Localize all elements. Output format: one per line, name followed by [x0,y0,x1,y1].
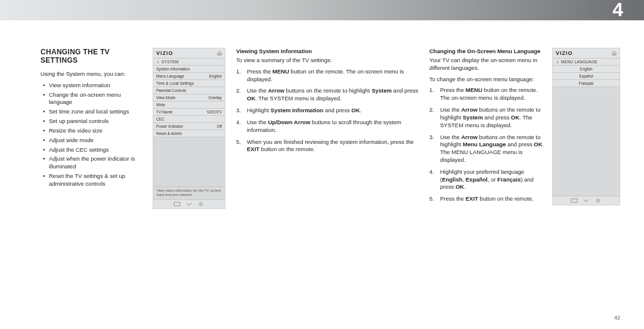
bullet-item: Change the on-screen menu language [41,91,145,107]
menu-row: TV NameVIZIOTV [153,109,225,116]
bullet-item: Set time zone and local settings [41,108,145,116]
chapter-number: 4 [612,0,624,21]
menu-row-value: Off [216,124,222,128]
menu-row: Menu LanguageEnglish [153,73,225,80]
step-item: Press the MENU button on the remote. The… [236,68,419,84]
menu-row: Time & Local Settings [153,80,225,87]
menu-row-label: Menu Language [156,74,184,78]
menu-row-value: Overlay [209,96,222,100]
menu-row: View ModeOverlay [153,94,225,102]
menu-row: Wide [153,102,225,109]
menu-row-label: Parental Controls [156,88,186,93]
home-icon [217,51,222,56]
vizio-header: VIZIO [553,48,620,59]
bullet-item: Resize the video size [41,127,145,135]
lang-row: Français [553,80,620,87]
vizio-menu-title-row: SYSTEM [153,59,225,66]
col3-text: Changing the On-Screen Menu Language You… [429,48,546,209]
gear-icon [197,202,205,207]
svg-point-1 [200,203,202,205]
menu-row-label: View Mode [156,96,175,100]
menu-row-label: Wide [156,103,165,107]
col2-intro: To view a summary of the TV settings: [236,57,419,64]
wide-icon [571,198,578,203]
step-item: Highlight System Information and press O… [236,107,419,115]
page-number: 42 [614,315,620,321]
col2-steps: Press the MENU button on the remote. The… [236,68,419,153]
col3-intro2: To change the on-screen menu language: [429,76,546,84]
step-item: Press the EXIT button on the remote. [429,195,546,203]
vizio-language-panel: VIZIO MENU LANGUAGE English Español Fran… [552,48,620,205]
vizio-system-list: System Information Menu LanguageEnglish … [153,66,225,137]
svg-rect-3 [571,199,577,202]
vizio-logo: VIZIO [156,50,174,56]
menu-row-label: TV Name [156,110,172,114]
vizio-menu-title-row: MENU LANGUAGE [553,59,620,66]
vizio-footer [153,199,225,208]
svg-point-4 [597,199,599,202]
column-2: Viewing System Information To view a sum… [236,48,419,209]
spacer [553,87,620,196]
bullet-item: Adjust when the power indicator is illum… [41,155,145,171]
vizio-header: VIZIO [153,48,225,59]
col1-bullets: View system information Change the on-sc… [41,82,145,188]
step-item: Use the Arrow buttons on the remote to h… [236,87,419,103]
vizio-logo: VIZIO [556,50,573,56]
menu-row: Power IndicatorOff [153,123,225,130]
chevron-down-icon [185,202,193,207]
bullet-item: Reset the TV settings & set up administr… [41,173,145,188]
step-item: Press the MENU button on the remote. The… [429,87,546,102]
menu-row-label: Time & Local Settings [156,81,194,85]
lang-row: Español [553,73,620,80]
back-icon [556,60,559,64]
column-3: Changing the On-Screen Menu Language You… [429,48,620,209]
bullet-item: Adjust the CEC settings [41,146,145,154]
section-title: CHANGING THE TV SETTINGS [41,48,145,64]
page-content: CHANGING THE TV SETTINGS Using the Syste… [0,20,644,209]
menu-row-label: Reset & Admin [156,131,182,136]
menu-row: Reset & Admin [153,130,225,137]
menu-row-value: VIZIOTV [207,110,222,114]
step-item: Use the Arrow buttons on the remote to h… [429,106,546,129]
vizio-system-panel: VIZIO SYSTEM System Information Menu Lan… [153,48,225,209]
spacer [153,137,225,186]
wide-icon [174,202,181,207]
col2-heading: Viewing System Information [236,48,419,54]
step-item: When you are finished reviewing the syst… [236,139,419,154]
back-icon [156,60,160,64]
col3-heading: Changing the On-Screen Menu Language [429,48,546,54]
vizio-menu-title: MENU LANGUAGE [561,60,597,64]
col3-intro1: Your TV can display the on-screen menu i… [429,57,546,72]
menu-row-label: System Information [156,67,190,71]
chapter-banner: 4 [0,0,644,20]
bullet-item: Set up parental controls [41,118,145,125]
gear-icon [595,198,602,203]
column-1: CHANGING THE TV SETTINGS Using the Syste… [41,48,225,209]
lang-row: English [553,66,620,73]
vizio-menu-title: SYSTEM [162,60,179,64]
vizio-lang-list: English Español Français [553,66,620,87]
step-item: Use the Up/Down Arrow buttons to scroll … [236,119,419,134]
menu-row-label: CEC [156,117,165,121]
step-item: Use the Arrow buttons on the remote to h… [429,134,546,164]
col1-text: CHANGING THE TV SETTINGS Using the Syste… [41,48,145,209]
vizio-footer [553,196,620,205]
chevron-down-icon [583,198,590,203]
menu-row-label: Power Indicator [156,124,183,128]
menu-row: CEC [153,116,225,123]
home-icon [612,51,617,56]
vizio-hint: View status information for the TV, curr… [153,186,225,199]
col1-intro: Using the System menu, you can: [41,70,145,78]
menu-row-value: English [209,74,222,78]
col3-steps: Press the MENU button on the remote. The… [429,87,546,203]
svg-rect-0 [174,202,180,206]
step-item: Highlight your preferred language (Engli… [429,168,546,191]
menu-row: Parental Controls [153,87,225,94]
menu-row: System Information [153,66,225,73]
bullet-item: View system information [41,82,145,90]
bullet-item: Adjust wide mode [41,137,145,144]
